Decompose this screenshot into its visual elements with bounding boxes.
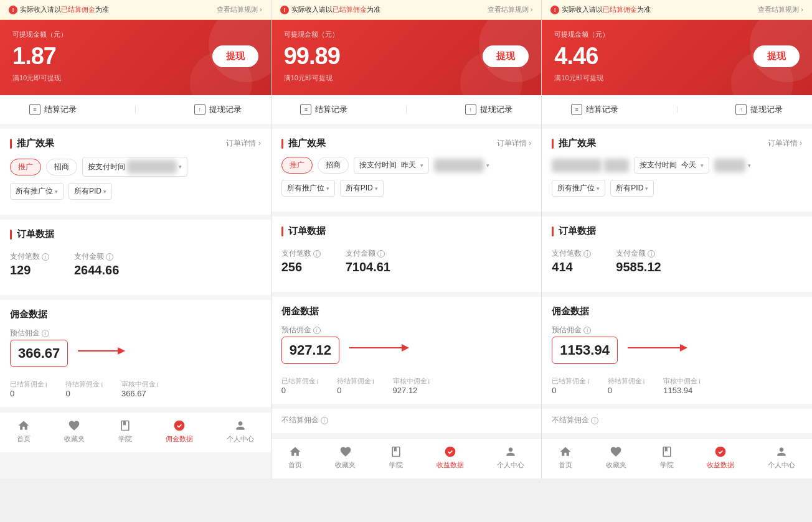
promo-header-3: 推广效果 订单详情 › (552, 137, 802, 149)
promo-link-1[interactable]: 订单详情 › (226, 138, 260, 149)
filter-blurred-3a (552, 159, 629, 172)
review-value-1: 366.67 (121, 389, 158, 398)
nav-fav-3[interactable]: 收藏夹 (606, 445, 626, 470)
phone-screen-2: ! 实际收入请以已结算佣金为准 查看结算规则 › 可提现金额（元） 99.89 … (271, 0, 542, 478)
tab-promo-1[interactable]: 推广 (10, 159, 41, 175)
review-info-2: i (428, 378, 430, 385)
promo-title-1: 推广效果 (10, 137, 54, 149)
action-item-withdraw-1[interactable]: ↑ 提现记录 (194, 104, 242, 115)
withdraw-icon-1: ↑ (194, 104, 205, 115)
chevron-time-3: ▾ (701, 162, 704, 169)
filter-pid-label-2: 所有PID (346, 183, 373, 193)
pending-label-1: 待结算佣金 i (65, 380, 102, 389)
nav-home-1[interactable]: 首页 (17, 419, 31, 444)
filter-pid-1[interactable]: 所有PID ▾ (68, 183, 112, 200)
profile-icon-1 (234, 419, 247, 432)
filter-pos-1[interactable]: 所有推广位 ▾ (10, 183, 64, 200)
amount-info-2: i (377, 250, 385, 258)
sub-col-settled-2: 已结算佣金 i 0 (281, 376, 318, 395)
action-item-settlement-1[interactable]: ≡ 结算记录 (29, 104, 77, 115)
notice-text-2: 实际收入请以已结算佣金为准 (291, 5, 380, 14)
estimated-value-2: 927.12 (290, 342, 331, 358)
filter-time-1[interactable]: 按支付时间 ▾ (82, 157, 187, 177)
filter-time-2[interactable]: 按支付时间 昨天 ▾ (354, 157, 429, 174)
sub-data-row-3: 已结算佣金 i 0 待结算佣金 i 0 审核中佣金 i 1153.94 (552, 376, 802, 395)
nav-fav-2[interactable]: 收藏夹 (335, 445, 356, 470)
commission-section-3: 佣金数据 预估佣金 i 1153.94 (542, 297, 812, 404)
withdraw-btn-2[interactable]: 提现 (483, 45, 529, 67)
sub-col-pending-1: 待结算佣金 i 0 (65, 380, 102, 398)
nav-data-label-2: 收益数据 (437, 460, 464, 470)
tab-recruit-1[interactable]: 招商 (46, 159, 77, 175)
filter-pid-3[interactable]: 所有PID ▾ (610, 180, 654, 197)
nav-academy-2[interactable]: 学院 (389, 445, 403, 470)
filter-time-3[interactable]: 按支付时间 今天 ▾ (634, 157, 709, 174)
nav-home-2[interactable]: 首页 (288, 445, 302, 470)
filter-time-label-2: 按支付时间 (359, 160, 397, 170)
nav-profile-1[interactable]: 个人中心 (227, 419, 254, 444)
bottom-nav-3: 首页 收藏夹 学院 收益数据 (542, 438, 812, 478)
chevron-pid-1: ▾ (103, 189, 106, 195)
review-info-1: i (157, 381, 158, 388)
review-label-2: 审核中佣金 i (393, 376, 430, 386)
notice-icon-2: ! (280, 6, 289, 14)
notice-link-2[interactable]: 查看结算规则 › (488, 5, 533, 14)
red-card-amount-3: 4.46 (554, 43, 598, 70)
highlight-box-3: 1153.94 (552, 337, 618, 364)
nav-academy-label-3: 学院 (660, 460, 674, 470)
promo-header-1: 推广效果 订单详情 › (10, 137, 261, 149)
nav-data-label-1: 佣金数据 (166, 434, 193, 444)
review-value-2: 927.12 (393, 386, 430, 395)
count-value-1: 129 (10, 263, 49, 277)
red-card-sub-3: 满10元即可提现 (554, 73, 800, 83)
action-item-withdraw-3[interactable]: ↑ 提现记录 (735, 104, 783, 115)
filter-time-value-3: 今天 (681, 160, 696, 170)
nav-profile-3[interactable]: 个人中心 (768, 445, 795, 470)
pending-value-2: 0 (337, 386, 374, 395)
nav-data-3[interactable]: 收益数据 (707, 445, 734, 470)
filter-pos-2[interactable]: 所有推广位 ▾ (281, 180, 335, 197)
red-card-row-3: 4.46 提现 (554, 43, 800, 70)
blurred-time-1 (127, 160, 177, 174)
notice-link-3[interactable]: 查看结算规则 › (758, 5, 803, 14)
notice-link-1[interactable]: 查看结算规则 › (217, 5, 262, 14)
sub-col-review-3: 审核中佣金 i 1153.94 (663, 376, 700, 395)
academy-icon-1 (118, 419, 132, 432)
filter-pid-2[interactable]: 所有PID ▾ (340, 180, 384, 197)
notice-text-1: 实际收入请以已结算佣金为准 (20, 5, 109, 14)
action-item-settlement-3[interactable]: ≡ 结算记录 (571, 104, 618, 115)
count-label-3: 支付笔数 i (552, 248, 591, 259)
tab-promo-2[interactable]: 推广 (281, 157, 313, 174)
amount-info-1: i (106, 253, 113, 261)
nav-data-1[interactable]: 佣金数据 (166, 419, 193, 444)
promo-link-2[interactable]: 订单详情 › (497, 138, 531, 149)
withdraw-btn-3[interactable]: 提现 (753, 45, 800, 67)
data-row-2: 支付笔数 i 256 支付金额 i 7104.61 (281, 248, 532, 274)
action-item-withdraw-2[interactable]: ↑ 提现记录 (465, 104, 512, 115)
red-card-sub-1: 满10元即可提现 (12, 73, 258, 83)
promo-link-3[interactable]: 订单详情 › (768, 138, 802, 149)
order-section-1: 订单数据 支付笔数 i 129 支付金额 i 2644.66 (0, 220, 271, 295)
nav-fav-1[interactable]: 收藏夹 (64, 419, 85, 444)
sub-col-settled-3: 已结算佣金 i 0 (552, 376, 588, 395)
action-item-settlement-2[interactable]: ≡ 结算记录 (300, 104, 347, 115)
review-label-1: 审核中佣金 i (121, 380, 158, 389)
chevron-pid-3: ▾ (645, 185, 648, 192)
amount-label-2: 支付金额 i (346, 248, 390, 259)
amount-info-3: i (648, 250, 655, 258)
filter-pos-3[interactable]: 所有推广位 ▾ (552, 180, 605, 197)
red-card-label-3: 可提现金额（元） (554, 30, 800, 39)
nav-academy-1[interactable]: 学院 (118, 419, 132, 444)
nav-data-2[interactable]: 收益数据 (437, 445, 464, 470)
withdraw-btn-1[interactable]: 提现 (212, 45, 258, 67)
blurred-box-2a (434, 159, 484, 172)
chevron-blurred-2: ▾ (486, 162, 489, 169)
nav-home-3[interactable]: 首页 (559, 445, 572, 470)
tab-recruit-2[interactable]: 招商 (318, 157, 349, 174)
order-title-2: 订单数据 (281, 225, 532, 237)
nav-profile-2[interactable]: 个人中心 (497, 445, 524, 470)
nav-academy-3[interactable]: 学院 (660, 445, 674, 470)
data-icon-3 (714, 445, 727, 459)
est-info-2: i (313, 327, 321, 334)
notice-bar-1: ! 实际收入请以已结算佣金为准 查看结算规则 › (0, 0, 271, 20)
